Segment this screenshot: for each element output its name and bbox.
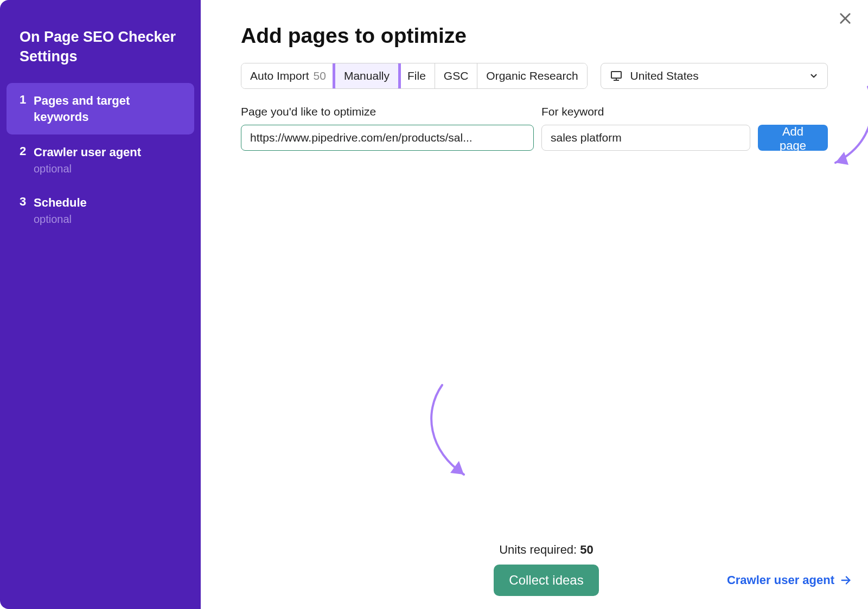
step-number: 3 xyxy=(20,195,34,209)
svg-rect-2 xyxy=(611,72,621,78)
tab-label: Auto Import xyxy=(250,69,309,82)
sidebar: On Page SEO Checker Settings 1 Pages and… xyxy=(0,0,201,609)
arrow-right-icon xyxy=(840,574,852,586)
footer: Units required: 50 Collect ideas Crawler… xyxy=(241,543,852,596)
tab-manually[interactable]: Manually xyxy=(335,63,399,88)
units-label: Units required: xyxy=(499,543,580,556)
annotation-arrow-icon xyxy=(412,380,483,488)
step-optional: optional xyxy=(34,163,141,175)
form-row: Page you'd like to optimize For keyword … xyxy=(241,105,828,151)
tab-count: 50 xyxy=(314,69,326,82)
page-url-input[interactable] xyxy=(241,125,534,151)
tab-organic-research[interactable]: Organic Research xyxy=(477,63,586,88)
keyword-field: For keyword xyxy=(541,105,750,151)
main-content: Add pages to optimize Auto Import 50 Man… xyxy=(201,0,868,609)
next-step-label: Crawler user agent xyxy=(727,573,834,587)
footer-actions: Collect ideas Crawler user agent xyxy=(241,565,852,596)
page-title: Add pages to optimize xyxy=(241,24,828,48)
step-number: 1 xyxy=(20,93,34,107)
units-value: 50 xyxy=(580,543,593,556)
keyword-label: For keyword xyxy=(541,105,750,118)
svg-marker-5 xyxy=(835,152,848,165)
units-required: Units required: 50 xyxy=(241,543,852,557)
tab-label: Organic Research xyxy=(486,69,578,82)
controls-row: Auto Import 50 Manually File GSC Organic… xyxy=(241,63,828,89)
step-number: 2 xyxy=(20,144,34,158)
tab-label: GSC xyxy=(444,69,469,82)
step-label: Pages and target keywords xyxy=(34,93,181,125)
close-button[interactable] xyxy=(833,7,857,30)
tab-gsc[interactable]: GSC xyxy=(435,63,478,88)
tab-auto-import[interactable]: Auto Import 50 xyxy=(241,63,335,88)
desktop-icon xyxy=(610,69,623,82)
add-page-button[interactable]: Add page xyxy=(758,125,828,151)
country-select[interactable]: United States xyxy=(601,63,828,89)
chevron-down-icon xyxy=(809,71,819,81)
import-tabs: Auto Import 50 Manually File GSC Organic… xyxy=(241,63,588,89)
page-url-field: Page you'd like to optimize xyxy=(241,105,534,151)
country-label: United States xyxy=(630,69,699,82)
sidebar-title: On Page SEO Checker Settings xyxy=(7,27,194,83)
tab-file[interactable]: File xyxy=(399,63,435,88)
page-url-label: Page you'd like to optimize xyxy=(241,105,534,118)
next-step-link[interactable]: Crawler user agent xyxy=(727,573,852,587)
tab-label: Manually xyxy=(344,69,390,82)
keyword-input[interactable] xyxy=(541,125,750,151)
sidebar-step-schedule[interactable]: 3 Schedule optional xyxy=(7,185,194,235)
step-optional: optional xyxy=(34,213,87,226)
tab-label: File xyxy=(407,69,426,82)
svg-marker-6 xyxy=(450,461,464,475)
step-label: Crawler user agent xyxy=(34,144,141,161)
collect-ideas-button[interactable]: Collect ideas xyxy=(494,565,598,596)
sidebar-step-pages-keywords[interactable]: 1 Pages and target keywords xyxy=(7,83,194,134)
sidebar-step-crawler-user-agent[interactable]: 2 Crawler user agent optional xyxy=(7,134,194,185)
step-label: Schedule xyxy=(34,195,87,211)
close-icon xyxy=(838,11,853,26)
